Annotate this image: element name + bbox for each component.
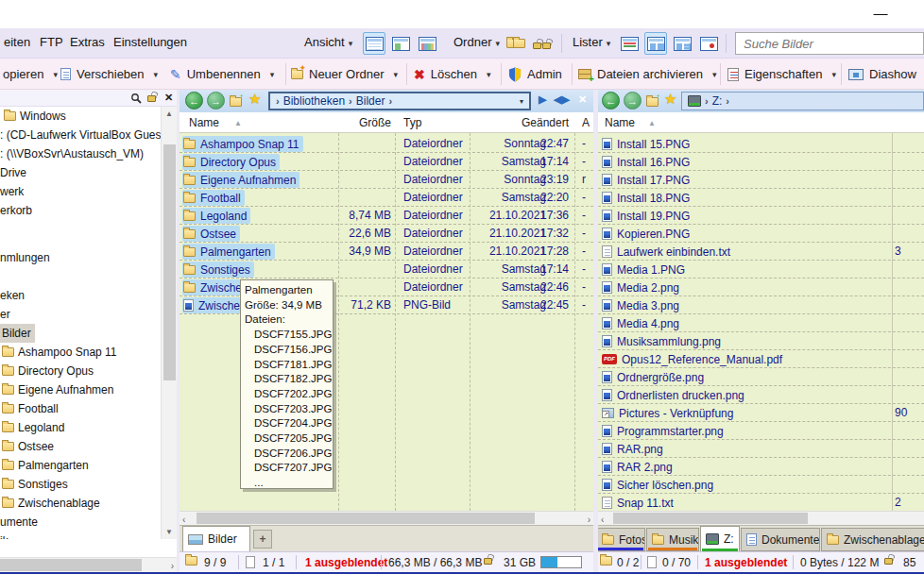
- admin-button[interactable]: Admin: [508, 61, 562, 87]
- horizontal-scrollbar[interactable]: ‹ ›: [180, 511, 593, 525]
- file-row[interactable]: Ordnerlisten drucken.png: [598, 386, 924, 404]
- new-tab-button[interactable]: +: [253, 530, 272, 549]
- slideshow-button[interactable]: Diashow: [848, 61, 916, 87]
- file-row[interactable]: Snap 11.txt2: [598, 494, 924, 511]
- file-row[interactable]: FootballDateiordnerSamstag22:20-: [180, 189, 593, 207]
- tree-item[interactable]: nmlungen: [0, 248, 50, 267]
- tree-item[interactable]: er: [0, 305, 10, 324]
- file-row[interactable]: Kopieren.PNG: [598, 225, 924, 243]
- search-icon[interactable]: [130, 93, 142, 107]
- properties-button[interactable]: Eigenschaften▾: [727, 61, 836, 87]
- column-header-type[interactable]: Typ: [403, 116, 421, 129]
- scroll-down-arrow[interactable]: ▼: [162, 528, 177, 536]
- folder-sync-button[interactable]: [505, 32, 527, 55]
- tab-fotos[interactable]: Fotos: [598, 528, 645, 551]
- scrollbar-thumb[interactable]: [0, 559, 142, 571]
- column-header-name[interactable]: Name: [605, 116, 635, 129]
- forward-button[interactable]: →: [207, 92, 225, 110]
- delete-button[interactable]: ✖Löschen▾: [414, 61, 490, 87]
- file-row[interactable]: RAR.png: [598, 440, 924, 458]
- lock-icon[interactable]: [884, 558, 893, 565]
- pane-swap-icon[interactable]: ◀▶: [554, 93, 570, 106]
- forward-button[interactable]: →: [624, 92, 642, 110]
- scroll-left-arrow[interactable]: ‹: [601, 515, 604, 525]
- menu-item-bearbeiten[interactable]: eiten: [4, 35, 30, 49]
- file-row[interactable]: Install 16.PNG: [598, 153, 924, 171]
- favorites-star-icon[interactable]: ★: [664, 91, 676, 108]
- tree-item[interactable]: : (\\VBoxSvr\Austausch_VM): [0, 144, 144, 163]
- tree-item[interactable]: Zwischenablage: [2, 494, 100, 513]
- folder-lock-button[interactable]: [530, 32, 553, 55]
- file-row[interactable]: RAR 2.png: [598, 458, 924, 476]
- column-header-size[interactable]: Größe: [338, 116, 391, 129]
- tree-item[interactable]: Windows: [4, 107, 66, 126]
- lock-icon[interactable]: [484, 558, 492, 565]
- tree-item[interactable]: Bilder: [0, 324, 35, 343]
- file-row[interactable]: Legoland8,74 MBDateiordner21.10.202117:3…: [180, 207, 593, 225]
- view-details-button[interactable]: [363, 32, 385, 55]
- scrollbar-thumb[interactable]: [197, 513, 535, 524]
- menu-item-ftp[interactable]: FTP: [40, 35, 63, 49]
- scrollbar-thumb[interactable]: [613, 513, 808, 524]
- breadcrumb-bilder[interactable]: Bilder: [356, 94, 385, 108]
- tree-horizontal-scrollbar[interactable]: ›: [0, 557, 177, 572]
- tree-item[interactable]: Legoland: [2, 418, 64, 437]
- file-row[interactable]: Install 19.PNG: [598, 207, 924, 225]
- folder-up-button[interactable]: [230, 97, 242, 107]
- pane-expand-icon[interactable]: ▶: [539, 93, 546, 106]
- breadcrumb[interactable]: › Z: ›: [681, 92, 924, 110]
- scroll-up-arrow[interactable]: ▲: [162, 110, 177, 118]
- back-button[interactable]: ←: [185, 92, 203, 110]
- file-row[interactable]: Ashampoo Snap 11DateiordnerSonntag22:47-: [180, 135, 593, 153]
- tree-item[interactable]: erkorb: [0, 201, 32, 220]
- file-row[interactable]: SonstigesDateiordnerSamstag17:14-: [180, 261, 593, 279]
- lister-single-button[interactable]: [697, 32, 720, 55]
- file-row[interactable]: Ostsee22,6 MBDateiordner21.10.202117:32-: [180, 225, 593, 243]
- file-row[interactable]: Laufwerk einbinden.txt3: [598, 243, 924, 261]
- archive-button[interactable]: Dateien archivieren▾: [578, 61, 717, 87]
- breadcrumb-bibliotheken[interactable]: Bibliotheken: [283, 94, 345, 108]
- column-header-modified[interactable]: Geändert: [493, 116, 569, 129]
- tree-item[interactable]: Ashampoo Snap 11: [2, 343, 117, 362]
- column-header-name[interactable]: Name: [189, 116, 219, 129]
- file-row[interactable]: Opus12_Reference_Manual.pdf: [598, 350, 924, 368]
- move-button[interactable]: Verschieben▾: [60, 61, 158, 87]
- favorites-star-icon[interactable]: ★: [248, 91, 261, 108]
- tree-item[interactable]: Football: [2, 399, 59, 418]
- file-row[interactable]: Media 3.png: [598, 296, 924, 314]
- rename-button[interactable]: ✎Umbenennen▾: [170, 61, 274, 87]
- ordner-dropdown[interactable]: Ordner▾: [453, 35, 500, 49]
- back-button[interactable]: ←: [602, 92, 620, 110]
- view-panel-button[interactable]: [389, 32, 412, 55]
- tab-zwischenablage[interactable]: Zwischenablage: [821, 528, 924, 551]
- tree-item[interactable]: Directory Opus: [2, 362, 94, 380]
- tree-item[interactable]: Sonstiges: [2, 475, 68, 494]
- view-thumbnails-button[interactable]: [416, 32, 438, 55]
- lister-dual-tree-button[interactable]: [671, 32, 693, 55]
- tab-z[interactable]: Z:: [700, 526, 740, 551]
- file-row[interactable]: Eigene AufnahmenDateiordnerSonntag23:19r: [180, 171, 593, 189]
- breadcrumb[interactable]: › Bibliotheken › Bilder › ▾: [268, 92, 531, 110]
- folder-up-button[interactable]: [646, 97, 659, 107]
- file-row[interactable]: Media 4.png: [598, 314, 924, 332]
- tree-item[interactable]: Eigene Aufnahmen: [2, 380, 113, 399]
- breadcrumb-drive[interactable]: Z:: [712, 94, 723, 108]
- file-row[interactable]: Install 18.PNG: [598, 189, 924, 207]
- tree-item[interactable]: eken: [0, 286, 25, 305]
- tree-item[interactable]: Drive: [0, 163, 26, 182]
- tree-item[interactable]: Palmengarten: [2, 456, 89, 475]
- scroll-left-arrow[interactable]: ‹: [182, 515, 185, 525]
- menu-item-einstellungen[interactable]: Einstellungen: [113, 35, 187, 49]
- file-row[interactable]: Install 17.PNG: [598, 171, 924, 189]
- tree-item[interactable]: Ostsee: [2, 437, 54, 456]
- file-row[interactable]: Programmstarter.png: [598, 422, 924, 440]
- file-row[interactable]: Ordnergröße.png: [598, 368, 924, 386]
- scroll-right-arrow[interactable]: ›: [588, 515, 590, 525]
- horizontal-scrollbar[interactable]: ‹: [598, 511, 924, 525]
- lister-dual-button[interactable]: [644, 32, 667, 55]
- copy-button[interactable]: opieren▾: [3, 61, 58, 87]
- file-row[interactable]: Musiksammlung.png: [598, 332, 924, 350]
- tree-item[interactable]: werk: [0, 182, 24, 201]
- ansicht-dropdown[interactable]: Ansicht▾: [304, 35, 352, 49]
- search-input[interactable]: [735, 32, 924, 55]
